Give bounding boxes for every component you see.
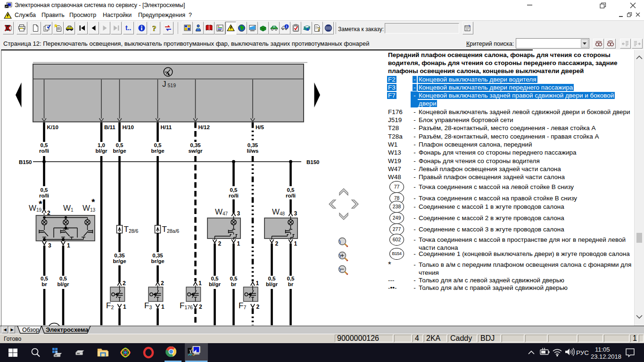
svg-text:ro/li: ro/li bbox=[229, 193, 239, 198]
svg-text:1: 1 bbox=[198, 280, 202, 287]
svg-text:0,5: 0,5 bbox=[41, 276, 49, 281]
svg-text:0,35: 0,35 bbox=[152, 253, 163, 258]
svg-text:0,5: 0,5 bbox=[287, 187, 295, 193]
svg-text:W48: W48 bbox=[272, 207, 285, 216]
svg-text:H/11: H/11 bbox=[161, 124, 172, 130]
svg-text:bl/gr: bl/gr bbox=[266, 281, 278, 287]
svg-text:br/ge: br/ge bbox=[151, 148, 164, 154]
svg-text:2: 2 bbox=[275, 240, 279, 247]
svg-text:0,5: 0,5 bbox=[287, 276, 295, 281]
svg-text:br/ge: br/ge bbox=[113, 148, 126, 154]
svg-text:2: 2 bbox=[161, 280, 164, 287]
svg-text:2: 2 bbox=[199, 304, 202, 310]
svg-text:ro/li: ro/li bbox=[39, 148, 49, 154]
svg-text:0,5: 0,5 bbox=[59, 276, 67, 281]
svg-text:0,5: 0,5 bbox=[154, 142, 162, 148]
svg-text:B/11: B/11 bbox=[104, 124, 116, 130]
svg-text:t..: t.. bbox=[125, 24, 131, 32]
svg-text:B150: B150 bbox=[306, 159, 320, 165]
svg-text:li/ws: li/ws bbox=[247, 148, 259, 154]
svg-text:1,0: 1,0 bbox=[98, 142, 105, 148]
svg-text:F2: F2 bbox=[106, 301, 114, 310]
svg-text:2: 2 bbox=[256, 304, 260, 310]
svg-text:F7: F7 bbox=[239, 301, 246, 310]
svg-text:br: br bbox=[288, 281, 294, 287]
svg-text:br/ge: br/ge bbox=[113, 258, 126, 264]
svg-text:br: br bbox=[231, 281, 237, 287]
svg-text:T28/6: T28/6 bbox=[124, 225, 139, 234]
svg-text:3: 3 bbox=[294, 210, 297, 217]
svg-text:i: i bbox=[286, 25, 287, 29]
svg-text:0,5: 0,5 bbox=[116, 142, 124, 148]
svg-text:2: 2 bbox=[218, 240, 222, 247]
svg-text:br/ge: br/ge bbox=[151, 258, 164, 264]
svg-text:1: 1 bbox=[123, 304, 126, 310]
svg-text:H/12: H/12 bbox=[198, 124, 210, 130]
svg-text:0,35: 0,35 bbox=[190, 142, 201, 148]
svg-text:Обзор: Обзор bbox=[22, 327, 39, 333]
svg-text:bl/gr: bl/gr bbox=[58, 281, 69, 287]
svg-text:K/10: K/10 bbox=[47, 124, 58, 130]
svg-text:T28a/6: T28a/6 bbox=[162, 225, 180, 234]
svg-text:br: br bbox=[41, 281, 47, 287]
svg-text:W1: W1 bbox=[63, 204, 74, 213]
svg-text:0,5: 0,5 bbox=[41, 142, 49, 148]
svg-text:0,35: 0,35 bbox=[114, 253, 125, 258]
svg-text:0,35: 0,35 bbox=[248, 142, 258, 148]
svg-text:0,5: 0,5 bbox=[211, 276, 219, 281]
svg-text:0,5: 0,5 bbox=[41, 187, 49, 193]
svg-text:1: 1 bbox=[237, 240, 240, 247]
svg-text:?: ? bbox=[152, 24, 157, 32]
svg-text:0,5: 0,5 bbox=[268, 276, 276, 281]
svg-text:*: * bbox=[91, 197, 95, 207]
svg-text:H/10: H/10 bbox=[123, 124, 134, 130]
svg-text:bl/gr: bl/gr bbox=[209, 281, 221, 287]
svg-text:F3: F3 bbox=[144, 301, 152, 310]
svg-text:1: 1 bbox=[294, 240, 297, 247]
svg-text:bl/gr: bl/gr bbox=[96, 148, 107, 154]
svg-text:ro/li: ro/li bbox=[286, 193, 296, 198]
svg-text:F176: F176 bbox=[180, 301, 193, 310]
svg-text:*: * bbox=[39, 199, 42, 209]
svg-text:ro/li: ro/li bbox=[39, 193, 49, 198]
svg-text:B150: B150 bbox=[19, 159, 32, 165]
svg-text:3: 3 bbox=[48, 242, 51, 249]
svg-text:?: ? bbox=[317, 25, 321, 33]
svg-text:1: 1 bbox=[256, 280, 259, 287]
svg-text:Электросхема: Электросхема bbox=[46, 326, 89, 333]
svg-text:H/5: H/5 bbox=[256, 124, 264, 130]
svg-text:0,5: 0,5 bbox=[230, 276, 238, 281]
svg-text:2: 2 bbox=[123, 280, 126, 287]
svg-text:1: 1 bbox=[67, 242, 70, 249]
svg-text:W47: W47 bbox=[215, 207, 228, 216]
svg-text:0,5: 0,5 bbox=[230, 187, 238, 193]
svg-text:1: 1 bbox=[161, 304, 165, 310]
svg-text:sw/gr: sw/gr bbox=[188, 148, 203, 154]
svg-text:3: 3 bbox=[237, 210, 240, 217]
